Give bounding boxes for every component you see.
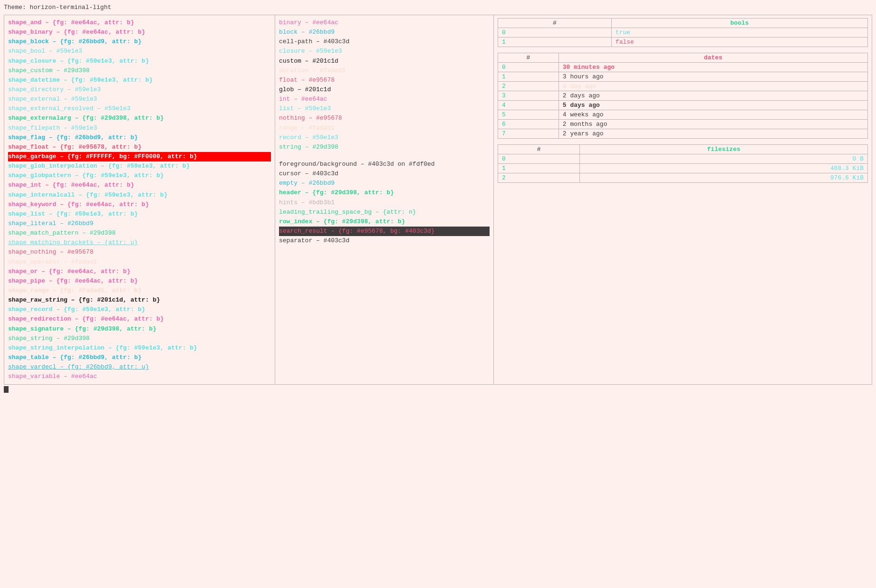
row-value: a day ago: [558, 82, 867, 91]
mid-line: closure – #59e1e3: [279, 47, 490, 56]
table-row: 1false: [498, 38, 868, 47]
bools-table: # bools 0true1false: [498, 18, 868, 47]
row-value: 4 weeks ago: [558, 110, 867, 120]
left-line: shape_directory – #59e1e3: [8, 85, 271, 95]
filesizes-table: # filesizes 00 B1488.3 KiB2976.6 KiB: [498, 144, 868, 183]
left-line: shape_table – {fg: #26bbd9, attr: b}: [8, 353, 271, 362]
left-line: shape_pipe – {fg: #ee64ac, attr: b}: [8, 276, 271, 286]
row-index: 1: [498, 72, 559, 82]
left-line: shape_binary – {fg: #ee64ac, attr: b}: [8, 28, 271, 37]
table-row: 62 months ago: [498, 120, 868, 129]
row-value: 488.3 KiB: [580, 164, 868, 173]
mid-line: list – #59e1e3: [279, 104, 490, 114]
left-line: shape_closure – {fg: #59e1e3, attr: b}: [8, 57, 271, 66]
row-value: 3 hours ago: [558, 72, 867, 82]
dates-col-title: dates: [558, 53, 867, 63]
row-index: 2: [498, 82, 559, 91]
mid-line: leading_trailing_space_bg – {attr: n}: [279, 208, 490, 217]
row-value: 5 days ago: [558, 101, 867, 110]
row-index: 6: [498, 120, 559, 129]
left-line: shape_variable – #ee64ac: [8, 372, 271, 381]
mid-line: block – #26bbd9: [279, 28, 490, 37]
left-line: shape_internalcall – {fg: #59e1e3, attr:…: [8, 190, 271, 200]
row-value: false: [611, 38, 867, 47]
row-index: 4: [498, 101, 559, 110]
table-row: 030 minutes ago: [498, 63, 868, 72]
row-value: true: [611, 28, 867, 38]
mid-line: search_result – {fg: #e95678, bg: #403c3…: [279, 227, 490, 236]
left-line: shape_globpattern – {fg: #59e1e3, attr: …: [8, 171, 271, 180]
left-line: shape_datetime – {fg: #59e1e3, attr: b}: [8, 76, 271, 85]
mid-line: binary – #ee64ac: [279, 18, 490, 28]
left-line: shape_signature – {fg: #29d398, attr: b}: [8, 324, 271, 334]
mid-line: custom – #201c1d: [279, 57, 490, 66]
left-line: shape_external – #59e1e3: [8, 95, 271, 104]
table-row: 0true: [498, 28, 868, 38]
mid-line: float – #e95678: [279, 76, 490, 85]
left-line: shape_externalarg – {fg: #29d398, attr: …: [8, 114, 271, 123]
left-line: shape_or – {fg: #ee64ac, attr: b}: [8, 267, 271, 276]
col-right: # bools 0true1false # dates 030 minutes …: [494, 15, 872, 384]
mid-line: range – #fadad1: [279, 123, 490, 133]
main-container: shape_and – {fg: #ee64ac, attr: b}shape_…: [4, 15, 872, 385]
left-line: shape_filepath – #59e1e3: [8, 123, 271, 133]
row-index: 0: [498, 154, 580, 164]
left-line: shape_record – {fg: #59e1e3, attr: b}: [8, 305, 271, 314]
left-line: shape_matching_brackets – {attr: u}: [8, 238, 271, 247]
left-line: shape_keyword – {fg: #ee64ac, attr: b}: [8, 200, 271, 209]
mid-line: separator – #403c3d: [279, 236, 490, 246]
row-index: 3: [498, 91, 559, 101]
row-value: 976.6 KiB: [580, 173, 868, 183]
mid-line: glob – #201c1d: [279, 85, 490, 95]
row-value: 0 B: [580, 154, 868, 164]
filesizes-col-hash: #: [498, 145, 580, 154]
mid-line: empty – #26bbd9: [279, 179, 490, 188]
dates-col-hash: #: [498, 53, 559, 63]
left-line: shape_garbage – {fg: #FFFFFF, bg: #FF000…: [8, 152, 271, 161]
mid-line: row_index – {fg: #29d398, attr: b}: [279, 217, 490, 227]
left-line: shape_list – {fg: #59e1e3, attr: b}: [8, 209, 271, 219]
mid-line: record – #59e1e3: [279, 133, 490, 142]
row-index: 7: [498, 129, 559, 139]
row-index: 0: [498, 28, 612, 38]
row-index: 0: [498, 63, 559, 72]
table-row: 00 B: [498, 154, 868, 164]
dates-table: # dates 030 minutes ago13 hours ago2a da…: [498, 53, 868, 139]
left-line: shape_nothing – #e95678: [8, 247, 271, 257]
theme-title: Theme: horizon-terminal-light: [4, 4, 872, 11]
row-value: 30 minutes ago: [558, 63, 867, 72]
table-row: 72 years ago: [498, 129, 868, 139]
row-value: 2 days ago: [558, 91, 867, 101]
mid-line: nothing – #e95678: [279, 114, 490, 123]
left-line: shape_raw_string – {fg: #201c1d, attr: b…: [8, 295, 271, 305]
table-row: 45 days ago: [498, 101, 868, 110]
left-line: shape_bool – #59e1e3: [8, 47, 271, 56]
left-line: shape_custom – #29d398: [8, 66, 271, 76]
mid-line: cursor – #403c3d: [279, 169, 490, 179]
left-line: shape_string_interpolation – {fg: #59e1e…: [8, 343, 271, 353]
left-line: shape_match_pattern – #29d398: [8, 228, 271, 238]
left-line: shape_external_resolved – #59e1e3: [8, 104, 271, 114]
left-line: shape_redirection – {fg: #ee64ac, attr: …: [8, 314, 271, 324]
table-row: 2976.6 KiB: [498, 173, 868, 183]
mid-line: string – #29d398: [279, 142, 490, 152]
mid-line: cell-path – #403c3d: [279, 37, 490, 47]
table-row: 13 hours ago: [498, 72, 868, 82]
row-value: 2 years ago: [558, 129, 867, 139]
left-line: shape_int – {fg: #ee64ac, attr: b}: [8, 180, 271, 190]
left-line: shape_float – {fg: #e95678, attr: b}: [8, 142, 271, 152]
mid-line: header – {fg: #29d398, attr: b}: [279, 188, 490, 198]
mid-line: int – #ee64ac: [279, 95, 490, 104]
row-index: 1: [498, 38, 612, 47]
row-index: 2: [498, 173, 580, 183]
left-line: shape_operator – #fadad1: [8, 257, 271, 267]
mid-line: hints – #bdb3b1: [279, 198, 490, 208]
left-line: shape_and – {fg: #ee64ac, attr: b}: [8, 18, 271, 28]
table-row: 54 weeks ago: [498, 110, 868, 120]
row-value: 2 months ago: [558, 120, 867, 129]
row-index: 1: [498, 164, 580, 173]
col-mid: binary – #ee64acblock – #26bbd9cell-path…: [275, 15, 494, 384]
col-left: shape_and – {fg: #ee64ac, attr: b}shape_…: [4, 15, 275, 384]
left-line: shape_range – {fg: #fadad1, attr: b}: [8, 286, 271, 295]
table-row: 1488.3 KiB: [498, 164, 868, 173]
